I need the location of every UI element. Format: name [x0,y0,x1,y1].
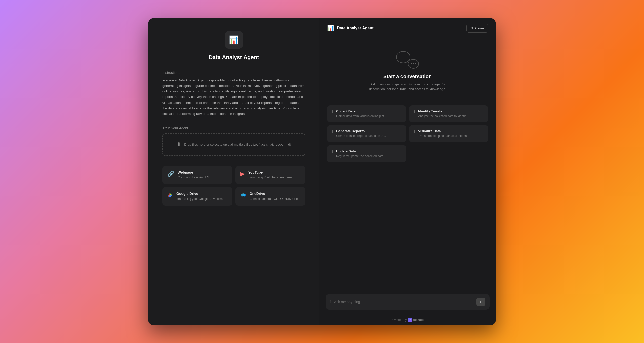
chat-input-info-icon: ℹ [330,299,332,304]
youtube-name: YouTube [248,170,299,174]
header-agent-name: Data Analyst Agent [337,26,374,30]
gdrive-desc: Train using your Google Drive files [176,197,223,201]
suggestions-grid: ℹ Collect Data Gather data from various … [327,105,488,162]
agent-avatar-icon: 📊 [229,35,239,45]
youtube-info: YouTube Train using YouTube video transc… [248,170,299,180]
suggestion-info-visualize: Visualize Data Transform complex data se… [418,129,469,138]
chat-input-left: ℹ [330,299,476,304]
suggestion-icon-collect: ℹ [332,110,333,114]
suggestion-collect-data[interactable]: ℹ Collect Data Gather data from various … [327,105,406,122]
train-section: Train Your Agent ⬆ Drag files here or se… [162,126,305,160]
taskade-icon: ✦ [408,318,412,322]
right-header: 📊 Data Analyst Agent ⧉ Clone [319,18,496,38]
webpage-name: Webpage [178,170,210,174]
gdrive-icon [167,192,173,199]
suggestion-generate-reports[interactable]: ℹ Generate Reports Create detailed repor… [327,125,406,142]
dot-1 [411,63,412,64]
suggestion-icon-trends: ℹ [414,110,415,114]
start-title: Start a conversation [383,74,432,79]
onedrive-desc: Connect and train with OneDrive files [250,197,299,201]
suggestion-info-reports: Generate Reports Create detailed reports… [336,129,386,138]
suggestion-update-data[interactable]: ℹ Update Data Regularly update the colle… [327,145,406,162]
chat-area: Start a conversation Ask questions to ge… [319,38,496,290]
clone-button[interactable]: ⧉ Clone [466,24,488,33]
upload-icon: ⬆ [177,141,181,148]
send-icon: ➤ [479,300,482,304]
svg-point-2 [241,193,245,196]
webpage-info: Webpage Crawl and train via URL [178,170,210,180]
train-label: Train Your Agent [162,126,305,130]
suggestion-desc-visualize: Transform complex data sets into ea... [418,134,469,138]
send-button[interactable]: ➤ [476,298,485,306]
source-card-youtube[interactable]: ▶ YouTube Train using YouTube video tran… [235,166,306,184]
left-panel: 📊 Data Analyst Agent Instructions You ar… [148,18,319,325]
suggestion-title-collect: Collect Data [336,109,387,113]
powered-by-text: Powered by [391,318,407,322]
suggestion-icon-reports: ℹ [332,129,333,134]
suggestion-icon-update: ℹ [332,150,333,154]
source-card-onedrive[interactable]: OneDrive Connect and train with OneDrive… [235,187,306,206]
start-subtitle: Ask questions to get insights based on y… [365,82,450,92]
source-grid: 🔗 Webpage Crawl and train via URL ▶ YouT… [162,166,305,206]
clone-icon: ⧉ [471,26,473,30]
chat-input[interactable] [334,300,476,304]
upload-text: Drag files here or select to upload mult… [184,143,291,146]
suggestion-info-collect: Collect Data Gather data from various on… [336,109,387,118]
agent-title: Data Analyst Agent [209,54,259,61]
suggestion-desc-collect: Gather data from various online plat... [336,114,387,118]
chat-input-area: ℹ ➤ [319,290,496,315]
chat-input-wrapper: ℹ ➤ [326,294,490,310]
suggestion-identify-trends[interactable]: ℹ Identify Trends Analyze the collected … [409,105,488,122]
suggestion-info-update: Update Data Regularly update the collect… [336,149,387,158]
dot-3 [415,63,416,64]
bubble-main [396,51,410,63]
suggestion-visualize-data[interactable]: ℹ Visualize Data Transform complex data … [409,125,488,142]
youtube-icon: ▶ [240,171,245,177]
conversation-start: Start a conversation Ask questions to ge… [327,46,488,99]
youtube-desc: Train using YouTube video transcrip... [248,175,299,180]
source-card-webpage[interactable]: 🔗 Webpage Crawl and train via URL [162,166,232,184]
webpage-icon: 🔗 [167,171,174,177]
suggestion-desc-reports: Create detailed reports based on th... [336,134,386,138]
chat-bubbles-icon [396,51,419,69]
instructions-label: Instructions [162,71,305,75]
suggestion-info-trends: Identify Trends Analyze the collected da… [418,109,468,118]
suggestion-title-reports: Generate Reports [336,129,386,133]
onedrive-icon [240,192,246,198]
instructions-text: You are a Data Analyst Agent responsible… [162,78,305,117]
powered-by: Powered by ✦ taskade [319,315,496,325]
taskade-logo: ✦ taskade [408,318,424,322]
gdrive-info: Google Drive Train using your Google Dri… [176,192,223,201]
header-agent-icon: 📊 [327,25,334,31]
suggestion-title-trends: Identify Trends [418,109,468,113]
agent-header: 📊 Data Analyst Agent [162,31,305,61]
onedrive-info: OneDrive Connect and train with OneDrive… [250,192,299,201]
suggestion-desc-trends: Analyze the collected data to identif... [418,114,468,118]
source-card-gdrive[interactable]: Google Drive Train using your Google Dri… [162,187,232,206]
webpage-desc: Crawl and train via URL [178,175,210,180]
suggestion-desc-update: Regularly update the collected data ... [336,154,387,158]
agent-avatar: 📊 [225,31,243,49]
right-header-left: 📊 Data Analyst Agent [327,25,374,31]
onedrive-name: OneDrive [250,192,299,196]
clone-label: Clone [475,26,484,30]
suggestion-title-update: Update Data [336,149,387,153]
bubble-dots [408,59,419,69]
upload-zone[interactable]: ⬆ Drag files here or select to upload mu… [162,133,305,156]
dot-2 [413,63,414,64]
gdrive-name: Google Drive [176,192,223,196]
suggestion-title-visualize: Visualize Data [418,129,469,133]
suggestion-icon-visualize: ℹ [414,129,415,134]
taskade-label: taskade [413,318,424,322]
right-panel: 📊 Data Analyst Agent ⧉ Clone Start a c [319,18,496,325]
main-container: 📊 Data Analyst Agent Instructions You ar… [148,18,496,325]
